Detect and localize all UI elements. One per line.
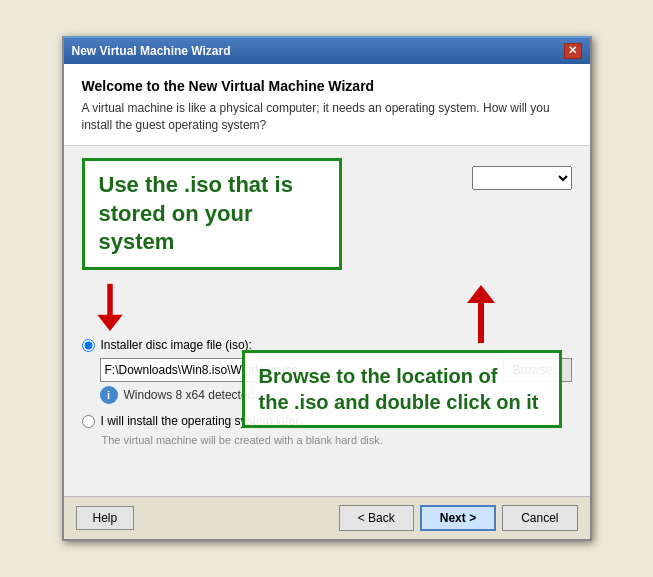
next-button[interactable]: Next > xyxy=(420,505,496,531)
content-area: Use the .iso that is stored on your syst… xyxy=(64,146,590,496)
arrow-up-indicator xyxy=(459,285,504,348)
window-title: New Virtual Machine Wizard xyxy=(72,44,231,58)
annotation-bottom-line1: Browse to the location of xyxy=(259,365,498,387)
annotation-bottom-line2: the .iso and double click on it xyxy=(259,391,539,413)
annotation-top: Use the .iso that is stored on your syst… xyxy=(82,158,342,270)
arrow-up-icon xyxy=(459,285,504,345)
close-button[interactable]: ✕ xyxy=(564,43,582,59)
back-button[interactable]: < Back xyxy=(339,505,414,531)
header-section: Welcome to the New Virtual Machine Wizar… xyxy=(64,64,590,147)
header-subtitle: A virtual machine is like a physical com… xyxy=(82,100,572,134)
second-radio-section: I will install the operating system late… xyxy=(82,414,572,446)
info-icon: i xyxy=(100,386,118,404)
cancel-button[interactable]: Cancel xyxy=(502,505,577,531)
wizard-window: New Virtual Machine Wizard ✕ Welcome to … xyxy=(62,36,592,542)
annotation-top-line2: stored on your system xyxy=(99,201,253,255)
os-dropdown-container xyxy=(472,166,572,190)
footer-right: < Back Next > Cancel xyxy=(339,505,578,531)
annotation-bottom: Browse to the location of the .iso and d… xyxy=(242,350,562,428)
annotation-top-line1: Use the .iso that is xyxy=(99,172,293,197)
detected-text: Windows 8 x64 detected. xyxy=(124,388,258,402)
later-sub-text: The virtual machine will be created with… xyxy=(102,434,572,446)
title-bar: New Virtual Machine Wizard ✕ xyxy=(64,38,590,64)
footer-left: Help xyxy=(76,506,135,530)
svg-marker-3 xyxy=(467,285,495,303)
os-dropdown[interactable] xyxy=(472,166,572,190)
later-radio[interactable] xyxy=(82,415,95,428)
arrow-down-icon xyxy=(90,282,130,332)
svg-marker-1 xyxy=(97,315,122,331)
header-title: Welcome to the New Virtual Machine Wizar… xyxy=(82,78,572,94)
footer: Help < Back Next > Cancel xyxy=(64,496,590,539)
iso-radio-label[interactable]: Installer disc image file (iso): xyxy=(101,338,252,352)
iso-radio[interactable] xyxy=(82,339,95,352)
help-button[interactable]: Help xyxy=(76,506,135,530)
